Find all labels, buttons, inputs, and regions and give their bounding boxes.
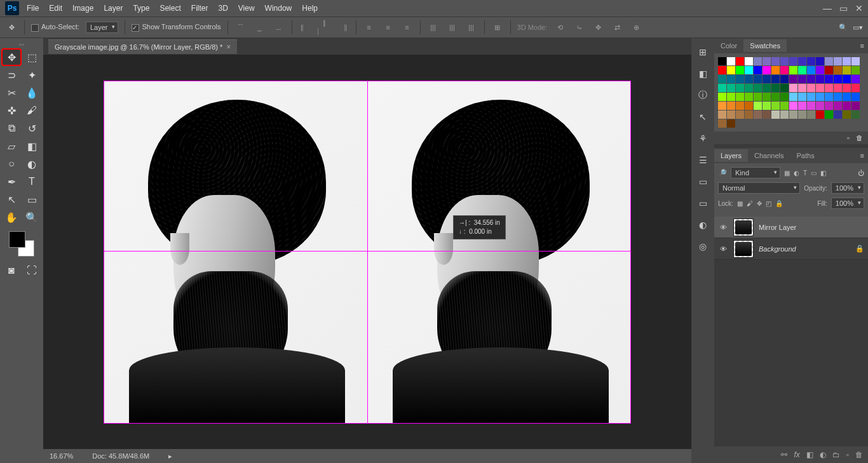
link-layers-icon[interactable]: ⚯ — [781, 450, 787, 459]
swatch[interactable] — [718, 102, 726, 110]
close-icon[interactable]: ✕ — [855, 3, 863, 13]
dist-bottom-icon[interactable]: ≡ — [401, 21, 414, 34]
swatch[interactable] — [816, 102, 824, 110]
panel-menu-icon[interactable]: ≡ — [857, 42, 868, 50]
layer-filter-select[interactable]: Kind — [731, 167, 780, 178]
swatch[interactable] — [789, 93, 797, 101]
filter-shape-icon[interactable]: ▭ — [811, 170, 817, 177]
swatch[interactable] — [843, 111, 851, 119]
dist-vcenter-icon[interactable]: ≡ — [382, 21, 395, 34]
swatch[interactable] — [798, 75, 806, 83]
swatch[interactable] — [763, 84, 771, 92]
swatch[interactable] — [736, 111, 744, 119]
auto-select-target-select[interactable]: Layer — [86, 22, 119, 33]
menu-help[interactable]: Help — [297, 1, 323, 15]
tab-channels[interactable]: Channels — [748, 149, 790, 162]
swatch[interactable] — [834, 111, 842, 119]
marquee-tool[interactable]: ⬚ — [23, 50, 41, 65]
swatch[interactable] — [851, 75, 860, 83]
swatch[interactable] — [816, 75, 824, 83]
menu-filter[interactable]: Filter — [186, 1, 214, 15]
swatch[interactable] — [834, 102, 842, 110]
swatch[interactable] — [754, 93, 762, 101]
dist-hcenter-icon[interactable]: ||| — [446, 21, 459, 34]
swatch[interactable] — [771, 75, 780, 83]
new-layer-icon[interactable]: ▫ — [846, 450, 849, 459]
swatch[interactable] — [736, 93, 744, 101]
layer-fx-icon[interactable]: fx — [794, 450, 799, 459]
swatch[interactable] — [727, 111, 735, 119]
swatch[interactable] — [763, 102, 771, 110]
spot-heal-tool[interactable]: ✜ — [3, 103, 20, 118]
swatch[interactable] — [745, 84, 753, 92]
swatch[interactable] — [763, 111, 771, 119]
swatch[interactable] — [816, 93, 824, 101]
opacity-input[interactable]: 100% — [831, 182, 864, 194]
screenmode-icon[interactable]: ⛶ — [23, 263, 41, 278]
magic-wand-tool[interactable]: ✦ — [23, 67, 41, 83]
swatch[interactable] — [771, 111, 780, 119]
crop-tool[interactable]: ✂ — [3, 85, 20, 100]
align-hcenter-icon[interactable]: ⎹|⎸ — [318, 21, 330, 34]
align-vcenter-icon[interactable]: ⎯ — [254, 21, 266, 34]
guide-horizontal[interactable] — [104, 81, 631, 81]
tab-paths[interactable]: Paths — [790, 149, 821, 162]
restore-icon[interactable]: ▭ — [839, 3, 848, 13]
swatch[interactable] — [771, 57, 780, 65]
swatch[interactable] — [754, 84, 762, 92]
doc-size[interactable]: Doc: 45.8M/48.6M — [92, 452, 149, 460]
swatch[interactable] — [763, 93, 771, 101]
lock-artboard-icon[interactable]: ◰ — [766, 200, 771, 207]
blur-tool[interactable]: ○ — [3, 156, 20, 171]
close-tab-icon[interactable]: × — [226, 43, 231, 51]
workspace-select-icon[interactable]: ▭▾ — [853, 23, 863, 32]
3d-pan-icon[interactable]: ✥ — [592, 21, 604, 34]
swatch[interactable] — [754, 57, 762, 65]
swatch[interactable] — [789, 75, 797, 83]
swatch[interactable] — [816, 111, 824, 119]
swatch[interactable] — [789, 84, 797, 92]
swatch[interactable] — [825, 93, 833, 101]
menu-window[interactable]: Window — [260, 1, 297, 15]
auto-select-checkbox[interactable]: Auto-Select: — [31, 23, 79, 31]
swatch[interactable] — [798, 57, 806, 65]
swatch[interactable] — [763, 57, 771, 65]
3d-roll-icon[interactable]: ⤿ — [573, 21, 585, 34]
layer-row[interactable]: 👁Background🔒 — [714, 238, 868, 260]
fill-input[interactable]: 100% — [831, 198, 864, 209]
swatch[interactable] — [789, 57, 797, 65]
swatch[interactable] — [727, 75, 735, 83]
panel-shortcut-1[interactable]: ◧ — [695, 66, 710, 81]
panel-shortcut-2[interactable]: ⓘ — [695, 88, 710, 103]
swatch[interactable] — [834, 93, 842, 101]
delete-layer-icon[interactable]: 🗑 — [855, 450, 863, 459]
swatch[interactable] — [718, 84, 726, 92]
swatch[interactable] — [754, 75, 762, 83]
swatch[interactable] — [798, 102, 806, 110]
swatch[interactable] — [736, 84, 744, 92]
3d-orbit-icon[interactable]: ⟲ — [553, 21, 566, 34]
quickmask-icon[interactable]: ◙ — [3, 263, 20, 278]
swatch[interactable] — [807, 66, 815, 74]
layer-thumbnail[interactable] — [733, 218, 754, 236]
swatch[interactable] — [834, 57, 842, 65]
swatch[interactable] — [754, 111, 762, 119]
swatch[interactable] — [843, 102, 851, 110]
brush-tool[interactable]: 🖌 — [23, 103, 41, 118]
menu-3d[interactable]: 3D — [213, 1, 233, 15]
swatch[interactable] — [825, 66, 833, 74]
dodge-tool[interactable]: ◐ — [23, 156, 41, 171]
swatch[interactable] — [789, 66, 797, 74]
layer-name[interactable]: Mirror Layer — [759, 224, 796, 231]
guide-vertical[interactable] — [367, 81, 368, 424]
swatch[interactable] — [771, 66, 780, 74]
swatch[interactable] — [825, 84, 833, 92]
swatch[interactable] — [727, 119, 735, 128]
swatch[interactable] — [763, 66, 771, 74]
swatch[interactable] — [825, 102, 833, 110]
swatch[interactable] — [780, 84, 789, 92]
document-tab[interactable]: Grayscale image.jpg @ 16.7% (Mirror Laye… — [48, 39, 237, 54]
panel-shortcut-0[interactable]: ⊞ — [695, 44, 710, 60]
tab-color[interactable]: Color — [714, 39, 743, 52]
swatch[interactable] — [843, 75, 851, 83]
